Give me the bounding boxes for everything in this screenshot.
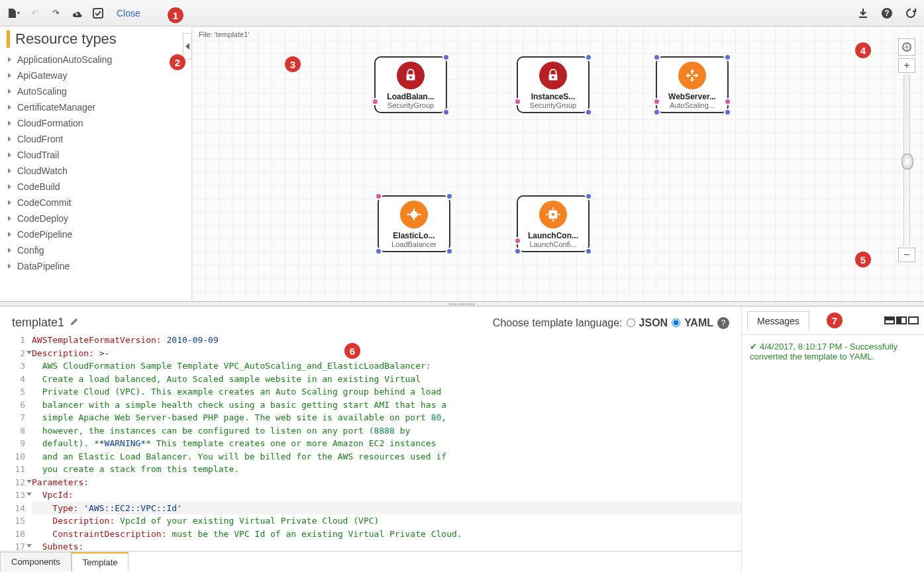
resource-type-item[interactable]: ApplicationAutoScaling [7, 52, 191, 68]
resource-type-list[interactable]: ApplicationAutoScalingApiGatewayAutoScal… [7, 52, 191, 297]
lang-prompt: Choose template language: [493, 317, 623, 329]
resource-type-item[interactable]: CloudFront [7, 131, 191, 147]
code-line[interactable]: 2Description: >- [3, 347, 741, 360]
caret-right-icon [7, 152, 12, 158]
redo-button[interactable]: ↷ [48, 5, 64, 21]
horizontal-splitter[interactable] [0, 301, 924, 307]
code-line[interactable]: 13 VpcId: [3, 489, 741, 502]
layout-option-2[interactable] [896, 316, 907, 324]
code-editor[interactable]: 1AWSTemplateFormatVersion: 2010-09-092De… [0, 334, 741, 551]
line-content[interactable]: Private Cloud (VPC). This example create… [32, 385, 741, 399]
line-content[interactable]: however, the instances can be configured… [32, 424, 741, 438]
line-content[interactable]: ConstraintDescription: must be the VPC I… [32, 528, 741, 541]
edit-name-button[interactable] [70, 317, 79, 328]
resource-type-item[interactable]: CodeBuild [7, 179, 191, 195]
node-instance-securitygroup[interactable]: InstanceS... SecurityGroup [517, 56, 590, 113]
code-line[interactable]: 16 ConstraintDescription: must be the VP… [3, 528, 741, 541]
line-content[interactable]: Create a load balanced, Auto Scaled samp… [32, 373, 741, 386]
loadbalancer-icon [400, 201, 428, 228]
resource-type-item[interactable]: CodePipeline [7, 226, 191, 242]
undo-button[interactable]: ↶ [26, 5, 42, 21]
code-line[interactable]: 1AWSTemplateFormatVersion: 2010-09-09 [3, 334, 741, 347]
code-line[interactable]: 14 Type: 'AWS::EC2::VPC::Id' [3, 502, 741, 515]
layout-option-1[interactable] [884, 316, 895, 324]
designer-canvas[interactable]: File: 'template1' LoadBalan... [192, 26, 924, 301]
code-line[interactable]: 10 and an Elastic Load Balancer. You wil… [3, 450, 741, 463]
line-content[interactable]: simple Apache Web Server-based PHP page.… [32, 411, 741, 424]
resource-type-item[interactable]: CloudWatch [7, 163, 191, 179]
code-line[interactable]: 15 Description: VpcId of your existing V… [3, 514, 741, 528]
caret-right-icon [7, 216, 12, 221]
file-menu-button[interactable]: ▾ [5, 5, 21, 21]
code-line[interactable]: 4 Create a load balanced, Auto Scaled sa… [3, 373, 741, 386]
code-line[interactable]: 9 default). **WARNING** This template cr… [3, 437, 741, 450]
template-name: template1 [12, 316, 64, 330]
tab-components[interactable]: Components [0, 552, 72, 571]
caret-right-icon [7, 168, 12, 173]
code-line[interactable]: 6 balancer with a simple health check us… [3, 399, 741, 412]
tab-template[interactable]: Template [72, 552, 129, 571]
code-line[interactable]: 8 however, the instances can be configur… [3, 424, 741, 438]
caret-right-icon [7, 263, 12, 269]
node-subtitle: AutoScaling... [658, 101, 726, 109]
line-content[interactable]: and an Elastic Load Balancer. You will b… [32, 450, 741, 463]
lang-yaml-radio[interactable] [672, 318, 680, 327]
refresh-button[interactable] [903, 5, 919, 21]
zoom-out-button[interactable]: − [898, 248, 915, 262]
line-content[interactable]: AWSTemplateFormatVersion: 2010-09-09 [32, 334, 741, 347]
lang-help-icon[interactable]: ? [717, 317, 729, 329]
code-line[interactable]: 12Parameters: [3, 476, 741, 489]
code-line[interactable]: 5 Private Cloud (VPC). This example crea… [3, 385, 741, 399]
validate-button[interactable] [90, 5, 106, 21]
line-content[interactable]: you create a stack from this template. [32, 463, 741, 476]
close-link[interactable]: Close [117, 8, 140, 19]
resource-type-label: CloudWatch [17, 166, 68, 176]
node-subtitle: LoadBalancer [380, 240, 448, 248]
caret-right-icon [7, 136, 12, 142]
resource-type-item[interactable]: CodeDeploy [7, 211, 191, 226]
line-content[interactable]: default). **WARNING** This template crea… [32, 437, 741, 450]
node-webserver-autoscaling[interactable]: WebServer... AutoScaling... [656, 56, 729, 113]
resource-type-label: AutoScaling [17, 86, 67, 97]
node-launch-config[interactable]: LaunchCon... LaunchConfi... [517, 195, 590, 252]
resource-type-item[interactable]: ApiGateway [7, 68, 191, 83]
line-content[interactable]: Description: VpcId of your existing Virt… [32, 514, 741, 528]
tab-messages[interactable]: Messages [747, 311, 809, 331]
line-content[interactable]: VpcId: [32, 489, 741, 502]
zoom-thumb[interactable] [901, 154, 913, 169]
code-line[interactable]: 7 simple Apache Web Server-based PHP pag… [3, 411, 741, 424]
node-loadbalancer-securitygroup[interactable]: LoadBalan... SecurityGroup [374, 56, 447, 113]
resource-type-item[interactable]: AutoScaling [7, 83, 191, 99]
layout-option-3[interactable] [908, 316, 919, 324]
resource-type-item[interactable]: CloudTrail [7, 147, 191, 163]
resource-type-item[interactable]: CodeCommit [7, 195, 191, 211]
line-content[interactable]: Type: 'AWS::EC2::VPC::Id' [32, 502, 741, 515]
resource-type-label: CloudFront [17, 134, 63, 144]
line-content[interactable]: AWS CloudFormation Sample Template VPC_A… [32, 359, 741, 373]
node-title: ElasticLo... [380, 231, 448, 240]
zoom-in-button[interactable]: + [898, 58, 915, 73]
line-content[interactable]: Description: >- [32, 347, 741, 360]
help-button[interactable]: ? [879, 5, 895, 21]
zoom-fit-button[interactable] [898, 38, 915, 56]
resource-type-item[interactable]: Config [7, 242, 191, 258]
resource-type-item[interactable]: DataPipeline [7, 258, 191, 274]
line-content[interactable]: balancer with a simple health check usin… [32, 399, 741, 412]
upload-button[interactable] [69, 5, 85, 21]
lang-json-radio[interactable] [627, 318, 635, 327]
annotation-badge-6: 6 [343, 342, 362, 360]
resource-type-label: CodeCommit [17, 197, 72, 208]
node-elastic-loadbalancer[interactable]: ElasticLo... LoadBalancer [378, 195, 450, 252]
resource-type-item[interactable]: CertificateManager [7, 99, 191, 115]
code-line[interactable]: 17 Subnets: [3, 540, 741, 551]
zoom-slider[interactable] [903, 74, 910, 246]
code-line[interactable]: 3 AWS CloudFormation Sample Template VPC… [3, 359, 741, 373]
line-number: 12 [3, 476, 32, 489]
line-content[interactable]: Parameters: [32, 476, 741, 489]
resource-type-label: CodeBuild [17, 181, 60, 192]
line-content[interactable]: Subnets: [32, 540, 741, 551]
node-subtitle: SecurityGroup [519, 101, 587, 109]
resource-type-item[interactable]: CloudFormation [7, 115, 191, 131]
code-line[interactable]: 11 you create a stack from this template… [3, 463, 741, 476]
download-button[interactable] [855, 5, 871, 21]
